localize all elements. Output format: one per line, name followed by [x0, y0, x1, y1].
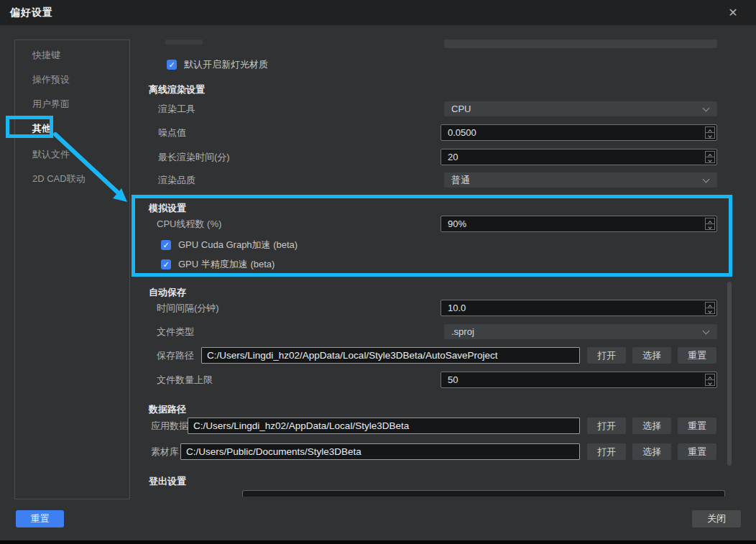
- autosave-header: 自动保存: [149, 287, 186, 298]
- new-light-material-checkbox[interactable]: ✓: [167, 60, 177, 70]
- file-limit-label: 文件数量上限: [157, 374, 213, 386]
- cuda-graph-label: GPU Cuda Graph加速 (beta): [178, 239, 298, 251]
- app-data-open-button[interactable]: 打开: [587, 418, 626, 434]
- app-data-input[interactable]: C:/Users/Lingdi_hz02/AppData/Local/Style…: [188, 418, 580, 434]
- render-quality-label: 渲染品质: [158, 175, 195, 186]
- spinner-buttons: [705, 374, 715, 386]
- spin-up-icon[interactable]: [706, 303, 714, 308]
- max-render-time-value: 20: [448, 152, 458, 162]
- cpu-threads-value: 90%: [448, 218, 466, 229]
- half-precision-checkbox[interactable]: ✓: [161, 259, 171, 269]
- sidebar-item-shortcuts[interactable]: 快捷键: [32, 49, 60, 61]
- dialog-title: 偏好设置: [10, 6, 53, 19]
- cuda-graph-checkbox[interactable]: ✓: [161, 240, 171, 250]
- clipped-dropdown-fragment[interactable]: [444, 40, 717, 48]
- footer-close-button[interactable]: 关闭: [692, 510, 741, 527]
- save-path-input[interactable]: C:/Users/Lingdi_hz02/AppData/Local/Style…: [201, 347, 580, 364]
- app-data-label: 应用数据: [151, 420, 188, 432]
- max-render-time-input[interactable]: 20: [441, 149, 717, 165]
- save-path-choose-button[interactable]: 选择: [632, 347, 671, 364]
- spin-down-icon[interactable]: [706, 308, 714, 313]
- render-tool-dropdown[interactable]: CPU: [444, 101, 717, 116]
- chevron-down-icon: [703, 105, 710, 112]
- half-precision-label: GPU 半精度加速 (beta): [178, 259, 275, 270]
- vertical-scrollbar[interactable]: [727, 282, 732, 466]
- interval-input[interactable]: 10.0: [441, 300, 717, 316]
- simulation-header: 模拟设置: [149, 203, 186, 214]
- noise-value: 0.0500: [448, 127, 476, 138]
- chevron-down-icon: [703, 328, 710, 335]
- data-paths-header: 数据路径: [149, 404, 186, 415]
- spinner-buttons: [705, 126, 715, 139]
- spin-up-icon[interactable]: [706, 374, 714, 379]
- chevron-down-icon: [703, 176, 710, 183]
- noise-value-label: 噪点值: [158, 127, 186, 139]
- file-limit-input[interactable]: 50: [441, 372, 717, 388]
- file-limit-value: 50: [448, 374, 458, 385]
- interval-value: 10.0: [448, 303, 466, 313]
- render-quality-dropdown[interactable]: 普通: [444, 172, 717, 188]
- sidebar: 快捷键 操作预设 用户界面 其他 默认文件 2D CAD联动: [14, 40, 130, 499]
- noise-value-input[interactable]: 0.0500: [441, 124, 717, 141]
- spinner-buttons: [705, 218, 715, 230]
- spin-up-icon[interactable]: [706, 127, 714, 132]
- sidebar-item-operation-presets[interactable]: 操作预设: [32, 73, 70, 86]
- cpu-threads-input[interactable]: 90%: [441, 216, 717, 232]
- asset-library-input[interactable]: C:/Users/Public/Documents/Style3DBeta: [180, 443, 580, 460]
- sidebar-item-default-files[interactable]: 默认文件: [32, 148, 70, 160]
- asset-library-reset-button[interactable]: 重置: [678, 443, 716, 460]
- spin-down-icon[interactable]: [706, 132, 714, 138]
- sidebar-item-user-interface[interactable]: 用户界面: [32, 98, 70, 110]
- render-quality-value: 普通: [451, 175, 470, 185]
- spin-down-icon[interactable]: [706, 157, 714, 162]
- check-icon: ✓: [162, 260, 169, 269]
- spin-up-icon[interactable]: [706, 152, 714, 157]
- check-icon: ✓: [162, 241, 169, 249]
- file-type-dropdown[interactable]: .sproj: [444, 324, 717, 339]
- save-path-reset-button[interactable]: 重置: [678, 347, 716, 364]
- check-icon: ✓: [168, 60, 175, 69]
- spin-down-icon[interactable]: [706, 223, 714, 229]
- spinner-buttons: [705, 151, 715, 163]
- asset-library-open-button[interactable]: 打开: [587, 443, 626, 460]
- title-bar: 偏好设置 ✕: [0, 0, 756, 25]
- asset-library-label: 素材库: [151, 446, 179, 458]
- asset-library-choose-button[interactable]: 选择: [632, 443, 671, 460]
- preferences-dialog: 偏好设置 ✕ 快捷键 操作预设 用户界面 其他 默认文件 2D CAD联动 ✓ …: [0, 0, 756, 544]
- file-type-label: 文件类型: [157, 326, 194, 338]
- clipped-label-fragment: [165, 40, 203, 45]
- window-bottom-edge: [0, 540, 756, 544]
- cpu-threads-label: CPU线程数 (%): [157, 218, 221, 230]
- render-tool-label: 渲染工具: [158, 103, 195, 115]
- close-icon[interactable]: ✕: [723, 3, 743, 23]
- interval-label: 时间间隔(分钟): [157, 303, 219, 314]
- logout-header: 登出设置: [149, 476, 186, 487]
- app-data-reset-button[interactable]: 重置: [678, 418, 716, 434]
- render-tool-value: CPU: [451, 103, 471, 114]
- clipped-input-fragment: [242, 490, 725, 497]
- footer-reset-button[interactable]: 重置: [16, 510, 64, 527]
- save-path-label: 保存路径: [157, 350, 194, 361]
- spin-up-icon[interactable]: [706, 218, 714, 223]
- save-path-open-button[interactable]: 打开: [587, 347, 626, 364]
- file-type-value: .sproj: [451, 326, 474, 337]
- app-data-choose-button[interactable]: 选择: [632, 418, 671, 434]
- sidebar-item-2d-cad-link[interactable]: 2D CAD联动: [32, 172, 86, 185]
- offline-render-header: 离线渲染设置: [149, 84, 205, 96]
- sidebar-item-other[interactable]: 其他: [32, 122, 51, 134]
- spinner-buttons: [705, 302, 715, 314]
- spin-down-icon[interactable]: [706, 379, 714, 385]
- new-light-material-label: 默认开启新灯光材质: [184, 59, 268, 70]
- max-render-time-label: 最长渲染时间(分): [158, 152, 230, 163]
